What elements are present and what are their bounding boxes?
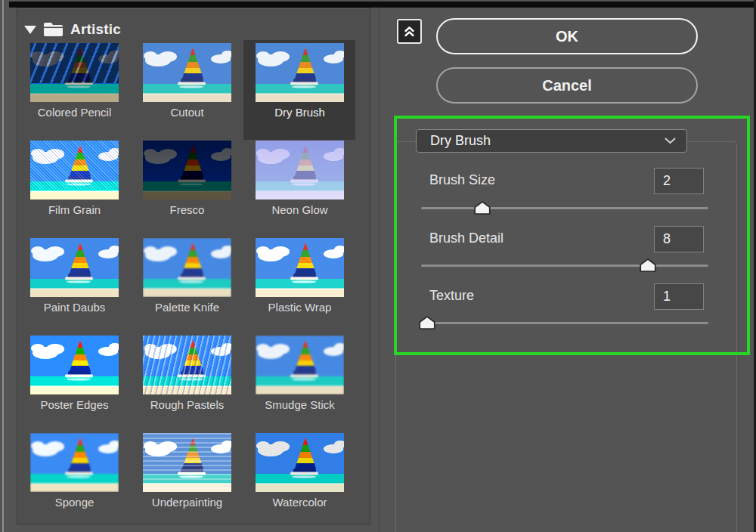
sailboat-thumbnail-art [143,336,231,394]
filter-thumbnail[interactable] [30,43,119,102]
filter-tile[interactable]: Smudge Stick [256,336,344,428]
filter-tile-label: Dry Brush [274,106,325,119]
sailboat-thumbnail-art [143,43,231,102]
filter-tile[interactable]: Rough Pastels [143,336,231,428]
slider-value-field[interactable]: 8 [654,226,704,252]
filter-thumbnail[interactable] [256,141,344,200]
filter-select-dropdown[interactable]: Dry Brush [416,129,687,153]
sailboat-thumbnail-art [256,43,344,102]
folder-icon [43,22,64,37]
slider-label: Brush Size [429,172,495,188]
sailboat-thumbnail-art [256,141,344,200]
filter-thumbnail[interactable] [143,336,231,394]
filter-list-panel: Artistic [17,8,370,524]
filter-tile[interactable]: Sponge [30,433,119,525]
pentagon-slider-thumb[interactable] [419,316,435,330]
filter-tile[interactable]: Underpainting [143,433,231,525]
filter-tile[interactable]: Colored Pencil [30,43,119,135]
slider-value-field[interactable]: 1 [654,283,704,310]
filter-select-value: Dry Brush [417,133,665,149]
filter-gallery-dialog: Artistic [0,0,756,532]
filter-tile[interactable]: Neon Glow [256,141,344,233]
filter-tile-label: Watercolor [273,496,327,509]
filter-thumbnail[interactable] [143,433,231,492]
filter-tile[interactable]: Watercolor [256,433,344,525]
filter-tile-label: Paint Daubs [44,301,106,314]
filter-tile-label: Fresco [170,203,205,216]
slider-track[interactable] [421,207,708,209]
sailboat-thumbnail-art [30,336,119,394]
filter-thumbnail[interactable] [256,43,344,102]
pentagon-slider-thumb[interactable] [474,201,491,215]
filter-tile-label: Poster Edges [40,398,108,411]
window-top-edge [9,2,756,8]
filter-thumbnail[interactable] [30,433,119,492]
pentagon-slider-thumb[interactable] [640,258,656,273]
filter-category-label: Artistic [70,21,121,38]
filter-tile-label: Film Grain [48,203,101,216]
filter-tile[interactable]: Cutout [143,43,231,135]
filter-tile[interactable]: Palette Knife [143,238,231,330]
triangle-down-icon[interactable] [24,25,36,34]
filter-thumbnail[interactable] [143,238,231,297]
filter-tile-label: Underpainting [152,496,222,509]
slider-label: Brush Detail [429,230,503,246]
sailboat-thumbnail-art [256,336,344,394]
filter-thumbnail[interactable] [256,336,344,394]
filter-tile[interactable]: Fresco [143,141,231,233]
filter-tile-label: Cutout [170,106,203,119]
filter-thumbnail[interactable] [256,238,344,297]
settings-group-box [395,141,737,532]
filter-thumbnail[interactable] [30,238,119,297]
filter-tile[interactable]: Plastic Wrap [256,238,344,330]
preview-pane-edge [0,0,17,532]
sailboat-thumbnail-art [143,141,231,200]
filter-tile-label: Rough Pastels [150,398,225,411]
filter-tile-label: Neon Glow [271,203,327,216]
panel-divider [379,0,380,532]
filter-tile[interactable]: Paint Daubs [30,238,119,330]
filter-tile-label: Plastic Wrap [268,301,332,314]
filter-category-header[interactable]: Artistic [24,21,121,38]
sailboat-thumbnail-art [30,141,119,200]
filter-thumbnail[interactable] [143,141,231,200]
sailboat-thumbnail-art [30,43,119,102]
filter-tile[interactable]: Film Grain [30,141,119,233]
double-chevron-up-icon [403,25,416,38]
filter-tile-label: Smudge Stick [265,398,335,411]
sailboat-thumbnail-art [256,238,344,297]
filter-tile[interactable]: Dry Brush [256,43,344,135]
slider-label: Texture [429,288,474,304]
ok-button[interactable]: OK [436,18,698,54]
slider-track[interactable] [421,264,708,267]
cancel-button[interactable]: Cancel [436,67,698,104]
sailboat-thumbnail-art [256,433,344,492]
slider-track[interactable] [421,322,708,324]
sailboat-thumbnail-art [30,238,119,297]
filter-tile-label: Colored Pencil [38,106,112,119]
collapse-panel-button[interactable] [397,19,422,44]
filter-tile-label: Palette Knife [155,301,219,314]
filter-thumbnail[interactable] [256,433,344,492]
filter-thumbnail[interactable] [30,141,119,200]
filter-thumbnail[interactable] [143,43,231,102]
slider-value-field[interactable]: 2 [654,168,704,194]
filter-tile-label: Sponge [55,496,94,509]
chevron-down-icon [665,138,676,144]
filter-tile[interactable]: Poster Edges [30,336,119,428]
sailboat-thumbnail-art [30,433,119,492]
sailboat-thumbnail-art [143,238,231,297]
filter-thumbnail[interactable] [30,336,119,394]
sailboat-thumbnail-art [143,433,231,492]
